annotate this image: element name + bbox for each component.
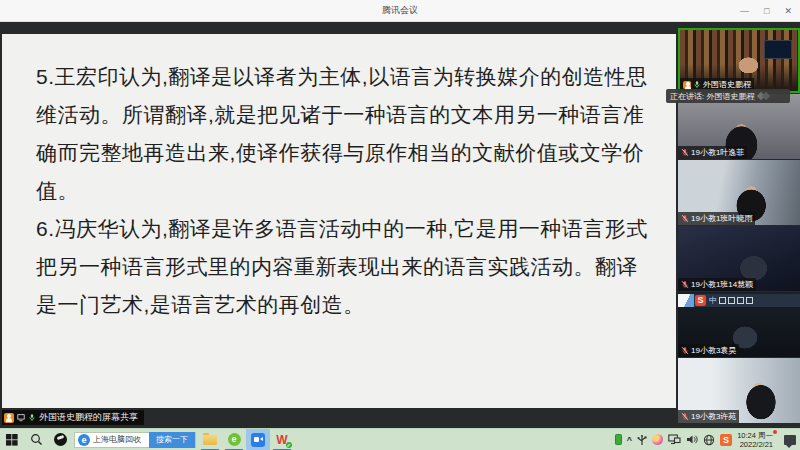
dark-circle-app-icon (54, 433, 67, 446)
participant-video[interactable]: 19小教1叶逸菲 (678, 94, 800, 159)
monitor-icon (17, 413, 25, 422)
search-icon (30, 433, 43, 446)
window-title: 腾讯会议 (382, 4, 418, 17)
avatar-icon (4, 413, 14, 423)
sogou-toolbox-icon (737, 297, 744, 304)
shared-screen-slide: 5.王宏印认为,翻译是以译者为主体,以语言为转换媒介的创造性思维活动。所谓翻译,… (2, 34, 676, 408)
green-browser-icon: e (228, 433, 241, 446)
speaking-toast: 正在讲话: 外国语史鹏程 (666, 89, 790, 103)
folder-icon (203, 435, 217, 445)
taskbar-tencent-meeting[interactable] (246, 429, 270, 450)
mic-muted-icon (681, 214, 689, 223)
participant-video-speaker[interactable]: 外国语史鹏程 (678, 28, 800, 93)
window-titlebar: 腾讯会议 — □ ✕ (0, 0, 800, 22)
tray-clock[interactable]: 10:24 周一 2022/2/21 (737, 431, 775, 449)
sogou-wedge-decoration (678, 294, 694, 307)
slide-paragraph-5: 5.王宏印认为,翻译是以译者为主体,以语言为转换媒介的创造性思维活动。所谓翻译,… (36, 58, 650, 210)
slide-paragraph-6: 6.冯庆华认为,翻译是许多语言活动中的一种,它是用一种语言形式把另一种语言形式里… (36, 210, 650, 324)
window-controls: — □ ✕ (740, 0, 792, 22)
clock-date: 2022/2/21 (737, 440, 773, 449)
clock-time: 10:24 (737, 431, 756, 440)
windows-logo-icon (6, 434, 18, 446)
sogou-logo-icon: S (695, 295, 706, 306)
display-tray-icon[interactable] (668, 434, 681, 445)
participant-name-tag: 19小教1班14慧颖 (678, 278, 756, 291)
tray-expand-chevron[interactable]: ^ (627, 435, 632, 445)
mic-muted-icon (681, 346, 689, 355)
wps-check-badge: ✓ (286, 442, 292, 448)
close-button[interactable]: ✕ (784, 7, 792, 16)
ie-browser-icon: e (78, 434, 90, 446)
mic-muted-icon (681, 412, 689, 421)
participant-name: 19小教3许苑 (691, 411, 736, 422)
notification-dot (773, 430, 777, 434)
pinned-app-dark[interactable] (48, 429, 72, 450)
sogou-mode-label: 中 (709, 295, 717, 306)
participant-video[interactable]: S 中 19小教3袁昊 (678, 292, 800, 357)
start-button[interactable] (0, 429, 24, 450)
sogou-skin-icon (746, 297, 753, 304)
participant-name: 19小教1班14慧颖 (691, 279, 753, 290)
search-widget-query: 上海电脑回收 (93, 434, 149, 445)
sogou-keyboard-icon (728, 297, 735, 304)
maximize-button[interactable]: □ (764, 7, 769, 16)
participant-video[interactable]: 19小教1班14慧颖 (678, 226, 800, 291)
wps-icon: W✓ (276, 434, 287, 446)
speaker-icon[interactable] (686, 434, 698, 445)
participant-name-tag: 19小教3许苑 (678, 410, 739, 423)
action-center-icon[interactable] (784, 435, 796, 445)
participant-name-tag: 19小教3袁昊 (678, 344, 739, 357)
sogou-mic-icon (719, 297, 726, 304)
speaking-toast-text: 正在讲话: 外国语史鹏程 (670, 91, 754, 102)
taskbar-wps-office[interactable]: W✓ (270, 429, 294, 450)
mic-muted-icon (681, 148, 689, 157)
network-icon[interactable] (703, 434, 715, 446)
taskbar-360-browser[interactable]: e (222, 429, 246, 450)
participant-video[interactable]: 19小教3许苑 (678, 358, 800, 423)
mic-on-icon (693, 80, 701, 89)
taskbar-search-widget[interactable]: e 上海电脑回收 搜索一下 (74, 432, 196, 448)
mic-on-icon (28, 413, 36, 422)
participant-video[interactable]: 19小教1班叶晓雨 (678, 160, 800, 225)
search-widget-button[interactable]: 搜索一下 (149, 432, 195, 448)
usb-icon[interactable] (637, 434, 647, 446)
participant-name: 19小教3袁昊 (691, 345, 736, 356)
meeting-workspace: 5.王宏印认为,翻译是以译者为主体,以语言为转换媒介的创造性思维活动。所谓翻译,… (0, 22, 800, 428)
taskbar-search-button[interactable] (24, 429, 48, 450)
windows-taskbar: e 上海电脑回收 搜索一下 e W✓ ^ (0, 428, 800, 450)
screen-share-banner: 外国语史鹏程的屏幕共享 (2, 410, 144, 425)
system-tray: ^ S (615, 431, 800, 449)
tencent-meeting-icon (251, 433, 265, 447)
participant-name: 19小教1班叶晓雨 (691, 213, 752, 224)
screen-share-label: 外国语史鹏程的屏幕共享 (39, 411, 138, 424)
avatar-icon (683, 81, 691, 89)
participant-name: 19小教1叶逸菲 (691, 147, 744, 158)
sogou-tray-icon[interactable]: S (720, 434, 732, 446)
sogou-input-bar: S 中 (678, 294, 800, 307)
minimize-button[interactable]: — (740, 7, 749, 16)
mic-muted-icon (681, 280, 689, 289)
participant-name-tag: 19小教1叶逸菲 (678, 146, 747, 159)
slide-text-block: 5.王宏印认为,翻译是以译者为主体,以语言为转换媒介的创造性思维活动。所谓翻译,… (2, 34, 676, 324)
phone-tray-icon[interactable] (615, 434, 622, 445)
clock-weekday: 周一 (758, 431, 773, 440)
colorful-app-tray-icon[interactable] (652, 434, 663, 445)
participant-video-sidebar: 外国语史鹏程 19小教1叶逸菲 (678, 28, 800, 428)
participant-name-tag: 19小教1班叶晓雨 (678, 212, 755, 225)
taskbar-file-explorer[interactable] (198, 429, 222, 450)
tencent-meeting-window: 腾讯会议 — □ ✕ 5.王宏印认为,翻译是以译者为主体,以语言为转换媒介的创造… (0, 0, 800, 450)
meeting-watermark-icon (758, 92, 772, 100)
